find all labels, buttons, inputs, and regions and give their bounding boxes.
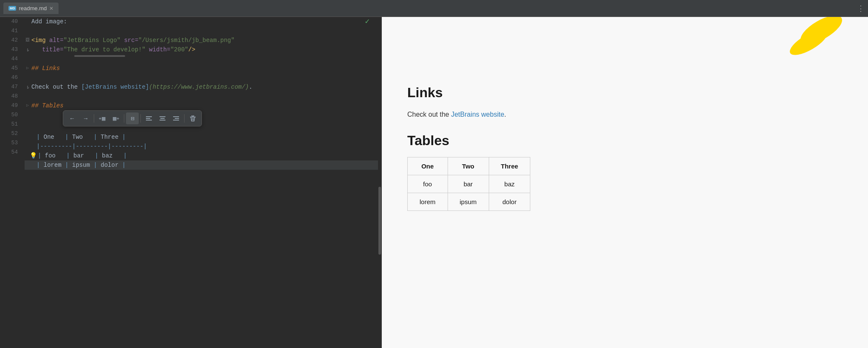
code-line-48: ▷ ## Tables (25, 101, 378, 110)
jetbrains-logo (775, 17, 843, 68)
tab-filename: readme.md (19, 5, 47, 11)
remove-col-button[interactable]: ⊟ (126, 112, 139, 124)
code-line-42cont: title="The drive to develop!" width="200… (25, 45, 378, 54)
code-52-bar: bar (73, 151, 95, 160)
code-text-46-dot: . (249, 82, 252, 92)
code-line-41 (25, 26, 378, 36)
ln-43: 43 (3, 45, 18, 54)
table-header-three: Three (489, 157, 530, 175)
preview-links-text-prefix: Check out the (407, 111, 451, 118)
code-50-sep4: | (122, 132, 126, 142)
ln-46: 46 (3, 73, 18, 82)
h-scroll-thumb[interactable] (74, 55, 125, 57)
fold-cont (25, 47, 31, 53)
tab-close-button[interactable]: ✕ (49, 6, 53, 11)
code-text-42cont-close: /> (188, 45, 196, 54)
code-text-42-str1: "JetBrains Logo" (64, 36, 120, 45)
table-header-one: One (408, 157, 448, 175)
code-53-sep1: | (36, 160, 44, 170)
add-col-before-button[interactable]: +▦ (96, 112, 109, 124)
ln-40: 40 (3, 17, 18, 26)
toolbar-divider-3 (140, 114, 141, 123)
code-51-content: |---------|---------|---------| (36, 142, 147, 151)
editor-scrollbar[interactable] (378, 17, 381, 348)
ln-45: 45 (3, 64, 18, 73)
editor-scrollbar-thumb[interactable] (378, 187, 381, 255)
toolbar-divider-1 (94, 114, 94, 123)
lightbulb-icon[interactable]: 💡 (30, 151, 37, 160)
code-52-foo: foo (45, 151, 66, 160)
fold-53 (30, 162, 36, 168)
preview-links-heading: Links (407, 85, 843, 101)
preview-links-paragraph: Check out the JetBrains website. (407, 109, 843, 120)
title-bar: MD readme.md ✕ ⋮ (0, 0, 868, 17)
table-cell-bar: bar (448, 175, 489, 193)
code-52-sep3: | (95, 151, 102, 160)
preview-tables-heading: Tables (407, 133, 843, 149)
code-line-46: Check out the [JetBrains website](https:… (25, 82, 378, 92)
delete-table-button[interactable] (186, 112, 199, 124)
ln-52: 52 (3, 129, 18, 138)
line-numbers: 40 41 42 43 44 45 46 47 48 49 50 51 52 5… (0, 17, 21, 348)
add-col-after-button[interactable]: ▦+ (109, 112, 122, 124)
move-col-right-button[interactable]: → (79, 112, 92, 124)
code-text-42cont-str2: "200" (171, 45, 188, 54)
code-text-42-tag: <img (31, 36, 49, 45)
more-options-button[interactable]: ⋮ (857, 4, 865, 13)
table-cell-baz: baz (489, 175, 530, 193)
ln-48: 48 (3, 92, 18, 101)
fold-51 (30, 143, 36, 149)
fold-icon-40[interactable] (25, 19, 31, 25)
align-center-button[interactable] (156, 112, 169, 124)
main-content: 40 41 42 43 44 45 46 47 48 49 50 51 52 5… (0, 17, 868, 348)
svg-rect-10 (192, 115, 194, 116)
code-53-ipsum: ipsum (72, 160, 93, 170)
code-53-sep3: | (93, 160, 101, 170)
table-header-two: Two (448, 157, 489, 175)
ln-47: 47 (3, 82, 18, 92)
table-header-row: One Two Three (408, 157, 530, 175)
toolbar-divider-2 (124, 114, 124, 123)
img-gutter-icon: 🖼 (25, 37, 31, 43)
h-scroll-track (66, 55, 235, 57)
code-53-sep2: | (65, 160, 72, 170)
code-53-sep4: | (122, 160, 126, 170)
code-text-46-link: [JetBrains website] (81, 82, 149, 92)
fold-icon-44[interactable]: ▷ (25, 65, 31, 71)
table-cell-lorem: lorem (408, 193, 448, 210)
code-52-baz: baz (102, 151, 123, 160)
code-text-44: ## Links (31, 64, 60, 73)
table-row-2: lorem ipsum dolor (408, 193, 530, 210)
code-line-54 (25, 170, 378, 179)
preview-jetbrains-link[interactable]: JetBrains website (451, 111, 504, 118)
code-text-42-str2: "/Users/jsmith/jb_beam.png" (138, 36, 235, 45)
table-cell-foo: foo (408, 175, 448, 193)
code-53-dolor: dolor (101, 160, 122, 170)
table-cell-dolor: dolor (489, 193, 530, 210)
code-50-sep2: | (65, 132, 72, 142)
table-column-toolbar: ← → +▦ ▦+ ⊟ (63, 110, 202, 126)
move-col-left-button[interactable]: ← (66, 112, 78, 124)
code-50-two: Two (72, 132, 93, 142)
code-50-sep3: | (93, 132, 101, 142)
ln-44: 44 (3, 54, 18, 64)
code-line-42: 🖼 <img alt="JetBrains Logo" src="/Users/… (25, 36, 378, 45)
editor-tab[interactable]: MD readme.md ✕ (3, 3, 59, 14)
ln-50: 50 (3, 110, 18, 120)
align-left-button[interactable] (143, 112, 155, 124)
code-text-42cont-str1: "The drive to develop!" (64, 45, 146, 54)
align-right-button[interactable] (170, 112, 182, 124)
code-line-51: |---------|---------|---------| (25, 142, 378, 151)
code-text-42-attr1: alt= (49, 36, 64, 45)
code-text-40: Add image: (31, 17, 67, 26)
code-editor[interactable]: Add image: ✓ 🖼 <img alt="JetBrains Logo"… (21, 17, 381, 348)
editor-content-area[interactable]: 40 41 42 43 44 45 46 47 48 49 50 51 52 5… (0, 17, 381, 348)
code-52-sep1: | (38, 151, 45, 160)
table-row-1: foo bar baz (408, 175, 530, 193)
fold-icon-46 (25, 84, 31, 90)
fold-icon-48[interactable]: ▷ (25, 103, 31, 109)
code-50-one: One (44, 132, 65, 142)
ln-54: 54 (3, 148, 18, 157)
code-text-42-attr2: src= (120, 36, 138, 45)
code-50-sep1: | (36, 132, 44, 142)
